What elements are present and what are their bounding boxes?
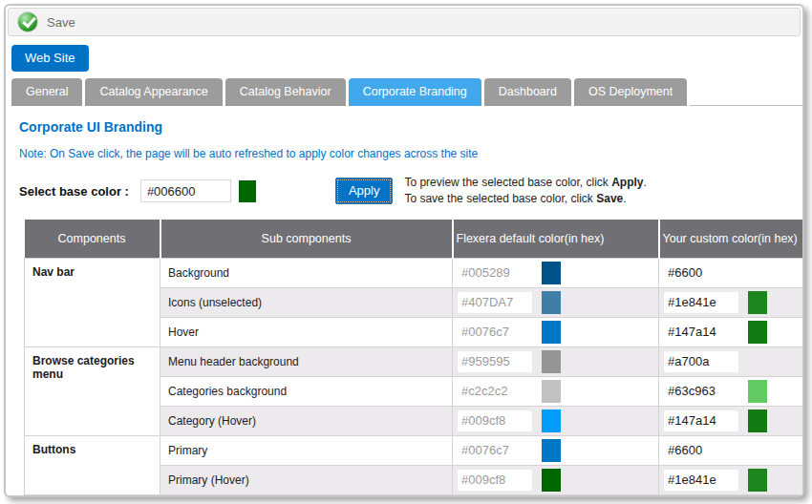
custom-hex-input[interactable] bbox=[664, 322, 738, 343]
custom-color-swatch bbox=[748, 291, 767, 314]
subcomponent-label: Categories background bbox=[160, 376, 453, 406]
base-color-label: Select base color : bbox=[19, 184, 129, 199]
custom-hex-input[interactable] bbox=[664, 292, 738, 313]
tab-dashboard[interactable]: Dashboard bbox=[484, 78, 571, 106]
custom-hex-input[interactable] bbox=[664, 351, 738, 372]
site-tab-row: Web Site bbox=[6, 38, 802, 72]
custom-color-swatch bbox=[748, 321, 767, 344]
tab-web-site[interactable]: Web Site bbox=[11, 45, 89, 72]
settings-tab-strip: General Catalog Appearance Catalog Behav… bbox=[6, 78, 802, 106]
flexera-color-swatch bbox=[542, 321, 561, 344]
tab-general[interactable]: General bbox=[11, 78, 82, 106]
header-your-custom: Your custom color(in hex) bbox=[659, 220, 805, 258]
header-sub-components: Sub components bbox=[160, 220, 453, 258]
hint-line-save: To save the selected base color, click S… bbox=[404, 191, 646, 207]
base-color-input[interactable] bbox=[140, 179, 231, 202]
tab-catalog-appearance[interactable]: Catalog Appearance bbox=[85, 78, 222, 106]
base-color-row: Select base color : Apply To preview the… bbox=[19, 175, 802, 207]
page-note: Note: On Save click, the page will be au… bbox=[19, 147, 802, 160]
subcomponent-label: Background bbox=[160, 258, 453, 287]
custom-hex-input[interactable] bbox=[664, 262, 738, 284]
component-browse-categories-menu: Browse categories menu bbox=[25, 346, 160, 435]
subcomponent-label: Hover bbox=[160, 317, 453, 346]
branding-colors-table: Components Sub components Flexera defaul… bbox=[24, 220, 804, 495]
flexera-hex-input bbox=[458, 262, 532, 284]
header-flexera-default: Flexera default color(in hex) bbox=[453, 220, 659, 258]
flexera-color-swatch bbox=[542, 380, 561, 403]
table-row: Browse categories menu Menu header backg… bbox=[25, 346, 805, 376]
page-title: Corporate UI Branding bbox=[19, 119, 802, 135]
flexera-color-swatch bbox=[542, 439, 561, 462]
flexera-hex-input bbox=[458, 381, 532, 402]
tab-catalog-behavior[interactable]: Catalog Behavior bbox=[225, 78, 346, 106]
flexera-color-swatch bbox=[542, 350, 561, 373]
flexera-color-swatch bbox=[542, 291, 561, 314]
component-buttons: Buttons bbox=[25, 435, 160, 494]
base-color-swatch bbox=[239, 180, 256, 202]
save-button-label[interactable]: Save bbox=[47, 15, 75, 30]
tab-corporate-branding[interactable]: Corporate Branding bbox=[349, 78, 481, 106]
save-toolbar[interactable]: Save bbox=[8, 8, 801, 36]
flexera-hex-input bbox=[458, 322, 532, 343]
apply-save-hints: To preview the selected base color, clic… bbox=[404, 175, 646, 207]
custom-color-swatch bbox=[748, 469, 767, 492]
table-header-row: Components Sub components Flexera defaul… bbox=[25, 220, 805, 258]
subcomponent-label: Menu header background bbox=[160, 346, 453, 376]
header-components: Components bbox=[25, 220, 160, 258]
table-row: Nav bar Background bbox=[25, 258, 805, 287]
flexera-color-swatch bbox=[542, 262, 561, 284]
subcomponent-label: Icons (unselected) bbox=[160, 287, 453, 317]
table-row: Buttons Primary bbox=[25, 435, 805, 465]
subcomponent-label: Primary (Hover) bbox=[160, 465, 453, 494]
flexera-color-swatch bbox=[542, 410, 561, 432]
flexera-hex-input bbox=[458, 410, 532, 431]
custom-hex-input[interactable] bbox=[664, 410, 738, 431]
corporate-branding-panel: Corporate UI Branding Note: On Save clic… bbox=[6, 106, 802, 495]
subcomponent-label: Category (Hover) bbox=[160, 406, 453, 435]
custom-hex-input[interactable] bbox=[664, 381, 738, 402]
custom-hex-input[interactable] bbox=[664, 470, 738, 491]
flexera-hex-input bbox=[458, 440, 532, 461]
save-check-icon[interactable] bbox=[17, 11, 38, 32]
custom-color-swatch bbox=[748, 410, 767, 432]
tab-strip-divider bbox=[690, 79, 802, 106]
flexera-color-swatch bbox=[542, 469, 561, 492]
hint-line-preview: To preview the selected base color, clic… bbox=[404, 175, 646, 191]
flexera-hex-input bbox=[458, 351, 532, 372]
flexera-hex-input bbox=[458, 470, 532, 491]
apply-button[interactable]: Apply bbox=[335, 178, 394, 204]
tab-os-deployment[interactable]: OS Deployment bbox=[574, 78, 687, 106]
app-window: Save Web Site General Catalog Appearance… bbox=[4, 4, 804, 497]
flexera-hex-input bbox=[458, 292, 532, 313]
custom-hex-input[interactable] bbox=[664, 440, 738, 461]
custom-color-swatch bbox=[748, 380, 767, 403]
subcomponent-label: Primary bbox=[160, 435, 453, 465]
component-nav-bar: Nav bar bbox=[25, 258, 160, 346]
